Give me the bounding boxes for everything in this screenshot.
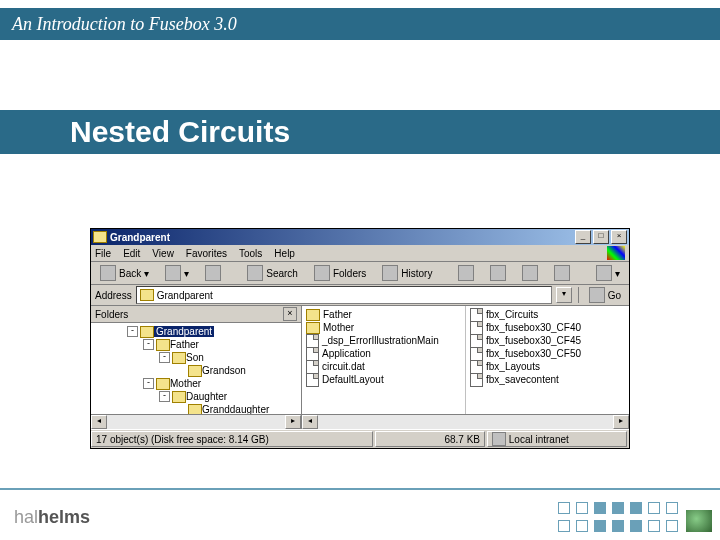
list-item[interactable]: fbx_savecontent xyxy=(470,373,625,386)
zone-icon xyxy=(492,432,506,446)
folders-button[interactable]: Folders xyxy=(309,263,371,283)
list-item[interactable]: fbx_fusebox30_CF45 xyxy=(470,334,625,347)
menu-edit[interactable]: Edit xyxy=(123,248,140,259)
list-item[interactable]: Father xyxy=(306,308,461,321)
window-titlebar[interactable]: Grandparent _ □ × xyxy=(91,229,629,245)
bug-icon xyxy=(686,510,712,532)
minimize-button[interactable]: _ xyxy=(575,230,591,244)
forward-icon xyxy=(165,265,181,281)
views-button[interactable]: ▾ xyxy=(591,263,625,283)
list-item[interactable]: circuit.dat xyxy=(306,360,461,373)
tree-node[interactable]: Granddaughter xyxy=(91,403,301,414)
folder-icon xyxy=(188,365,202,377)
tree-twisty[interactable]: - xyxy=(159,391,170,402)
tree-node[interactable]: - Daughter xyxy=(91,390,301,403)
document-icon xyxy=(306,360,319,374)
list-item[interactable]: fbx_Layouts xyxy=(470,360,625,373)
list-scrollbar[interactable]: ◂ ▸ ◂ ▸ xyxy=(91,414,629,429)
folder-icon xyxy=(306,309,320,321)
list-item[interactable]: fbx_fusebox30_CF40 xyxy=(470,321,625,334)
tree-twisty[interactable]: - xyxy=(159,352,170,363)
folder-icon xyxy=(188,404,202,415)
tree-label: Father xyxy=(170,339,199,350)
close-pane-button[interactable]: × xyxy=(283,307,297,321)
list-item-label: circuit.dat xyxy=(322,361,365,372)
menu-view[interactable]: View xyxy=(152,248,174,259)
menu-file[interactable]: File xyxy=(95,248,111,259)
list-item[interactable]: fbx_fusebox30_CF50 xyxy=(470,347,625,360)
list-item[interactable]: fbx_Circuits xyxy=(470,308,625,321)
tree-twisty[interactable]: - xyxy=(127,326,138,337)
slide-title: Nested Circuits xyxy=(70,115,290,149)
tree-node[interactable]: - Grandparent xyxy=(91,325,301,338)
views-icon xyxy=(596,265,612,281)
list-item-label: Father xyxy=(323,309,352,320)
folder-icon xyxy=(140,326,154,338)
up-button[interactable] xyxy=(200,263,226,283)
deck-title: An Introduction to Fusebox 3.0 xyxy=(12,14,237,35)
list-item-label: DefaultLayout xyxy=(322,374,384,385)
list-item[interactable]: DefaultLayout xyxy=(306,373,461,386)
folder-icon xyxy=(156,378,170,390)
tree-node[interactable]: - Father xyxy=(91,338,301,351)
scroll-left-button[interactable]: ◂ xyxy=(302,415,318,429)
tree-twisty[interactable]: - xyxy=(143,339,154,350)
document-icon xyxy=(470,347,483,361)
scroll-right-button[interactable]: ▸ xyxy=(285,415,301,429)
tree-twisty[interactable]: - xyxy=(143,378,154,389)
copy-to-button[interactable] xyxy=(485,263,511,283)
close-button[interactable]: × xyxy=(611,230,627,244)
up-icon xyxy=(205,265,221,281)
back-icon xyxy=(100,265,116,281)
list-item-label: Application xyxy=(322,348,371,359)
folder-icon xyxy=(93,231,107,243)
tree-node[interactable]: - Son xyxy=(91,351,301,364)
maximize-button[interactable]: □ xyxy=(593,230,609,244)
menu-help[interactable]: Help xyxy=(274,248,295,259)
move-to-button[interactable] xyxy=(453,263,479,283)
history-icon xyxy=(382,265,398,281)
tree-label: Mother xyxy=(170,378,201,389)
address-value: Grandparent xyxy=(157,290,213,301)
delete-button[interactable] xyxy=(517,263,543,283)
document-icon xyxy=(470,308,483,322)
folder-tree[interactable]: - Grandparent- Father- Son Grandson- Mot… xyxy=(91,323,301,414)
move-icon xyxy=(458,265,474,281)
window-title: Grandparent xyxy=(110,232,170,243)
undo-button[interactable] xyxy=(549,263,575,283)
list-item[interactable]: Mother xyxy=(306,321,461,334)
go-icon xyxy=(589,287,605,303)
list-item[interactable]: Application xyxy=(306,347,461,360)
status-objects: 17 object(s) (Disk free space: 8.14 GB) xyxy=(96,434,269,445)
list-item-label: fbx_fusebox30_CF50 xyxy=(486,348,581,359)
scroll-track[interactable] xyxy=(107,415,285,429)
list-item[interactable]: _dsp_ErrorIllustrationMain xyxy=(306,334,461,347)
folder-icon xyxy=(306,322,320,334)
tree-node[interactable]: - Mother xyxy=(91,377,301,390)
list-item-label: fbx_fusebox30_CF45 xyxy=(486,335,581,346)
menu-tools[interactable]: Tools xyxy=(239,248,262,259)
copy-icon xyxy=(490,265,506,281)
go-button[interactable]: Go xyxy=(585,287,625,303)
file-list-pane[interactable]: FatherMother_dsp_ErrorIllustrationMainAp… xyxy=(302,306,629,414)
history-button[interactable]: History xyxy=(377,263,437,283)
folder-icon xyxy=(172,352,186,364)
menu-favorites[interactable]: Favorites xyxy=(186,248,227,259)
scroll-right-button[interactable]: ▸ xyxy=(613,415,629,429)
tree-node[interactable]: Grandson xyxy=(91,364,301,377)
toolbar: Back▾ ▾ Search Folders History ▾ xyxy=(91,262,629,285)
address-input[interactable]: Grandparent xyxy=(136,286,552,304)
scroll-track[interactable] xyxy=(318,415,613,429)
tree-label: Daughter xyxy=(186,391,227,402)
forward-button[interactable]: ▾ xyxy=(160,263,194,283)
search-icon xyxy=(247,265,263,281)
status-size: 68.7 KB xyxy=(444,434,480,445)
scroll-left-button[interactable]: ◂ xyxy=(91,415,107,429)
back-button[interactable]: Back▾ xyxy=(95,263,154,283)
address-dropdown[interactable]: ▾ xyxy=(556,287,572,303)
list-item-label: fbx_fusebox30_CF40 xyxy=(486,322,581,333)
document-icon xyxy=(470,321,483,335)
status-bar: 17 object(s) (Disk free space: 8.14 GB) … xyxy=(91,429,629,448)
list-item-label: _dsp_ErrorIllustrationMain xyxy=(322,335,439,346)
search-button[interactable]: Search xyxy=(242,263,303,283)
